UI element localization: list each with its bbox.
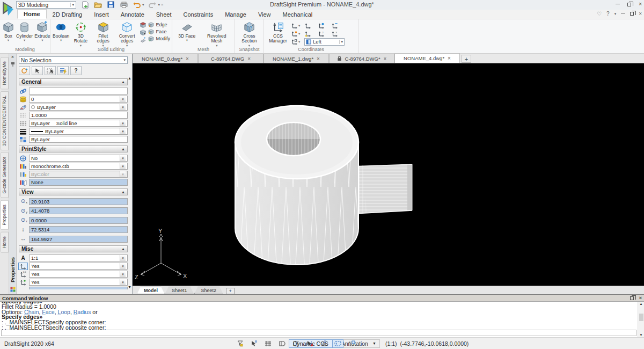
tab-constraints[interactable]: Constraints bbox=[178, 10, 219, 19]
sheet-tab-sheet2[interactable]: Sheet2 bbox=[194, 287, 224, 294]
chevron-down-icon[interactable]: ▾ bbox=[186, 39, 188, 41]
chevron-down-icon[interactable]: ▾ bbox=[298, 32, 300, 36]
layer-select[interactable]: 0▾ bbox=[29, 96, 128, 103]
ccs-viewport-select[interactable]: Yes▾ bbox=[29, 279, 128, 286]
close-icon[interactable]: × bbox=[384, 56, 387, 62]
sheet-tab-model[interactable]: Model bbox=[137, 287, 165, 294]
scroll-down-icon[interactable]: ▼ bbox=[640, 333, 643, 337]
favorites-heart-icon[interactable]: ♡ bbox=[597, 11, 602, 17]
chevron-down-icon[interactable]: ▾ bbox=[248, 44, 250, 47]
workspace-selector[interactable]: 3D Modeling ▾ bbox=[16, 1, 76, 9]
chevron-down-icon[interactable]: ▾ bbox=[126, 44, 128, 47]
modify-button[interactable]: Modify bbox=[148, 35, 170, 42]
ccs-origin-select[interactable]: Yes▾ bbox=[29, 271, 128, 278]
section-header-general[interactable]: General ▲ bbox=[19, 78, 128, 85]
pin-icon[interactable] bbox=[11, 62, 15, 67]
redo-icon[interactable] bbox=[148, 1, 157, 9]
palette-tab-properties[interactable]: Properties bbox=[1, 200, 9, 230]
selection-dropdown[interactable]: No Selection ▾ bbox=[19, 56, 128, 64]
line-weight-select[interactable]: ByLayer▾ bbox=[29, 128, 128, 135]
new-sheet-button[interactable]: + bbox=[226, 288, 235, 294]
grid-icon[interactable] bbox=[262, 339, 274, 348]
doc-restore-icon[interactable] bbox=[630, 12, 634, 16]
ccs-z-rotate-button[interactable]: 2 bbox=[318, 31, 331, 37]
doc-close-icon[interactable]: × bbox=[639, 11, 642, 17]
close-icon[interactable]: × bbox=[448, 55, 451, 61]
ps-name-field[interactable]: None bbox=[29, 179, 128, 186]
line-style-select[interactable]: ByLayerSolid line▾ bbox=[29, 120, 128, 127]
line-scale-field[interactable]: 1.0000 bbox=[29, 112, 128, 119]
close-icon[interactable]: × bbox=[639, 295, 642, 301]
print-icon[interactable] bbox=[119, 1, 128, 9]
camera-y-field[interactable]: 41.4078 bbox=[29, 207, 128, 214]
box-button[interactable]: Box ▾ bbox=[2, 20, 15, 41]
print-style-field[interactable]: ByLayer bbox=[29, 136, 128, 143]
camera-x-field[interactable]: 20.9103 bbox=[29, 198, 128, 205]
tab-sheet[interactable]: Sheet bbox=[150, 10, 178, 19]
scroll-thumb[interactable] bbox=[639, 314, 643, 321]
select-entities-icon[interactable] bbox=[32, 66, 43, 75]
boolean-button[interactable]: Boolean ▾ bbox=[52, 20, 70, 41]
ps-policy-select[interactable]: No▾ bbox=[29, 155, 128, 162]
palette-tab-3dcontentcentral[interactable]: 3D CONTENTCENTRAL bbox=[1, 91, 9, 150]
ccs-world-button[interactable]: ▾ bbox=[291, 23, 304, 29]
open-file-icon[interactable] bbox=[93, 1, 103, 9]
tab-2d-drafting[interactable]: 2D Drafting bbox=[47, 10, 89, 19]
chevron-down-icon[interactable]: ▾ bbox=[298, 24, 300, 28]
chevron-down-icon[interactable]: ▾ bbox=[80, 44, 82, 47]
chevron-down-icon[interactable]: ▾ bbox=[8, 39, 9, 41]
snap-cursor-icon[interactable] bbox=[248, 339, 260, 348]
undo-chevron-icon[interactable]: ▾ bbox=[142, 3, 144, 7]
ccs-named-button[interactable]: ▾ bbox=[291, 39, 304, 45]
option-link-radius[interactable]: Radius bbox=[74, 309, 91, 315]
view-direction-dropdown[interactable]: Left ▾ bbox=[304, 38, 345, 46]
entity-track-icon[interactable] bbox=[304, 339, 316, 348]
close-icon[interactable]: × bbox=[317, 56, 320, 62]
chevron-down-icon[interactable]: ▾ bbox=[120, 263, 126, 269]
ccs-previous-button[interactable] bbox=[304, 23, 318, 29]
select-faces-icon[interactable] bbox=[139, 29, 147, 36]
annotation-scale-select[interactable]: 1:1▾ bbox=[29, 255, 128, 261]
chevron-down-icon[interactable]: ▾ bbox=[60, 39, 62, 41]
view-height-field[interactable]: 72.5314 bbox=[29, 226, 128, 233]
save-icon[interactable] bbox=[106, 1, 115, 9]
ccs-icon-select[interactable]: Yes▾ bbox=[29, 263, 128, 270]
chevron-down-icon[interactable]: ▾ bbox=[298, 40, 300, 44]
chevron-down-icon[interactable]: ▾ bbox=[120, 163, 126, 169]
ortho-icon[interactable] bbox=[276, 339, 288, 348]
chevron-down-icon[interactable]: ▾ bbox=[120, 104, 126, 110]
doc-tab-noname1[interactable]: NONAME_1.dwg* × bbox=[264, 54, 329, 63]
undo-icon[interactable] bbox=[132, 1, 141, 9]
ccs-origin-button[interactable] bbox=[304, 31, 318, 37]
entity-snap-marker-icon[interactable] bbox=[235, 339, 246, 348]
selection-cycling-icon[interactable] bbox=[19, 66, 30, 75]
tab-annotate[interactable]: Annotate bbox=[115, 10, 150, 19]
doc-tab-c89764[interactable]: C-89764.DWG × bbox=[198, 54, 264, 63]
chevron-down-icon[interactable]: ▾ bbox=[120, 155, 126, 161]
ccs-entity-button[interactable]: ▾ bbox=[291, 31, 304, 37]
command-window-titlebar[interactable]: Command Window × bbox=[0, 295, 644, 302]
edge-button[interactable]: Edge bbox=[148, 21, 170, 28]
cylinder-button[interactable]: Cylinder ▾ bbox=[16, 20, 33, 41]
chevron-down-icon[interactable]: ▾ bbox=[120, 255, 126, 261]
chevron-down-icon[interactable]: ▾ bbox=[120, 171, 126, 177]
ccs-view-button[interactable] bbox=[318, 23, 331, 29]
tab-mechanical[interactable]: Mechanical bbox=[277, 10, 319, 19]
hyperlink-field[interactable] bbox=[29, 88, 128, 94]
close-icon[interactable]: × bbox=[11, 55, 14, 60]
doc-tab-c89764-locked[interactable]: C-89764.DWG* × bbox=[329, 54, 394, 63]
help-icon[interactable]: ? bbox=[606, 11, 610, 17]
chevron-down-icon[interactable]: ▾ bbox=[216, 44, 217, 47]
new-document-button[interactable]: + bbox=[462, 55, 471, 63]
collapse-icon[interactable]: ▲ bbox=[121, 147, 125, 151]
convert-edges-button[interactable]: Convert edges ▾ bbox=[115, 20, 139, 47]
section-header-printstyle[interactable]: PrintStyle ▲ bbox=[19, 146, 128, 152]
option-link-loop[interactable]: Loop bbox=[58, 309, 70, 315]
face-button[interactable]: Face bbox=[148, 28, 170, 35]
command-input[interactable] bbox=[1, 330, 636, 336]
palette-tab-gcode-generator[interactable]: G-code Generator bbox=[1, 152, 9, 198]
help-chevron-icon[interactable]: ▾ bbox=[614, 12, 617, 16]
chevron-down-icon[interactable]: ▼ bbox=[372, 341, 376, 345]
redo-chevron-icon[interactable]: ▾ bbox=[158, 3, 160, 7]
extrude-button[interactable]: Extrude ▾ bbox=[34, 20, 50, 41]
